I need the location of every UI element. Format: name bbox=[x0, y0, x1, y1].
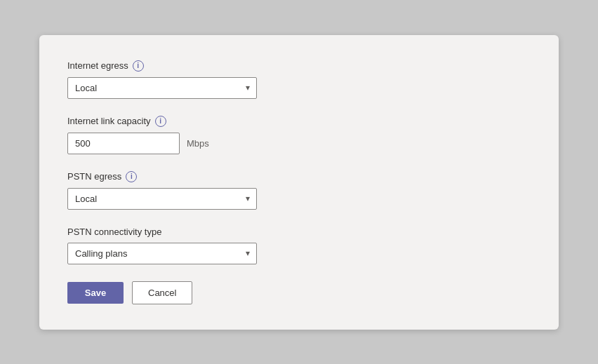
pstn-connectivity-type-select[interactable]: Calling plans Direct Routing Operator Co… bbox=[67, 243, 257, 264]
pstn-connectivity-type-group: PSTN connectivity type Calling plans Dir… bbox=[67, 227, 531, 264]
internet-link-capacity-info-icon[interactable]: i bbox=[155, 116, 166, 127]
pstn-egress-label: PSTN egress i bbox=[67, 171, 531, 182]
internet-link-capacity-input[interactable] bbox=[67, 133, 180, 154]
save-button[interactable]: Save bbox=[67, 282, 124, 304]
pstn-egress-select-wrapper: Local Remote Custom ▾ bbox=[67, 188, 257, 210]
pstn-connectivity-type-select-wrapper: Calling plans Direct Routing Operator Co… bbox=[67, 243, 257, 264]
internet-link-capacity-input-row: Mbps bbox=[67, 133, 531, 154]
button-row: Save Cancel bbox=[67, 281, 531, 304]
internet-egress-label: Internet egress i bbox=[67, 60, 531, 72]
pstn-egress-select[interactable]: Local Remote Custom bbox=[67, 188, 257, 210]
pstn-egress-info-icon[interactable]: i bbox=[126, 171, 137, 182]
internet-egress-select-wrapper: Local Remote Custom ▾ bbox=[67, 77, 257, 99]
internet-link-capacity-unit: Mbps bbox=[187, 138, 209, 149]
pstn-egress-group: PSTN egress i Local Remote Custom ▾ bbox=[67, 171, 531, 210]
pstn-connectivity-type-label: PSTN connectivity type bbox=[67, 227, 531, 237]
cancel-button[interactable]: Cancel bbox=[132, 281, 192, 304]
internet-egress-select[interactable]: Local Remote Custom bbox=[67, 77, 257, 99]
settings-card: Internet egress i Local Remote Custom ▾ … bbox=[39, 35, 559, 330]
internet-link-capacity-group: Internet link capacity i Mbps bbox=[67, 116, 531, 154]
internet-link-capacity-label: Internet link capacity i bbox=[67, 116, 531, 127]
internet-egress-info-icon[interactable]: i bbox=[133, 60, 144, 72]
internet-egress-group: Internet egress i Local Remote Custom ▾ bbox=[67, 60, 531, 99]
